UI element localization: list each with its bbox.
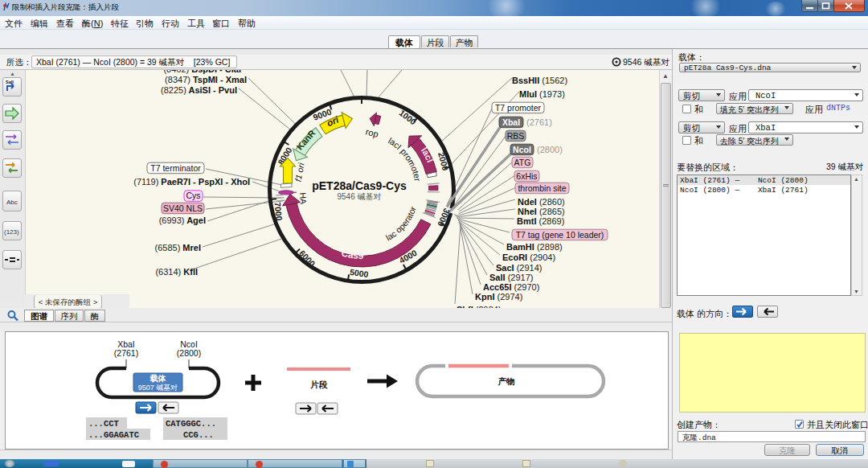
- svg-text:NdeI (2860): NdeI (2860): [518, 197, 565, 207]
- svg-text:1000: 1000: [397, 108, 418, 127]
- svg-text:f1 ori: f1 ori: [293, 162, 305, 183]
- svg-text:thrombin site: thrombin site: [518, 183, 566, 193]
- svg-text:MluI (1973): MluI (1973): [519, 89, 565, 99]
- svg-text:...CCT: ...CCT: [88, 419, 119, 429]
- svg-text:RBS: RBS: [507, 131, 525, 141]
- svg-text:ATG: ATG: [514, 158, 531, 167]
- svg-text:产物: 产物: [498, 376, 515, 386]
- svg-text:9546 碱基对: 9546 碱基对: [337, 192, 381, 201]
- svg-text:(2761): (2761): [526, 117, 552, 127]
- svg-text:片段: 片段: [310, 380, 329, 389]
- svg-text:(6993) AgeI: (6993) AgeI: [159, 216, 206, 225]
- svg-text:rop: rop: [365, 126, 379, 138]
- svg-text:pET28a/Cas9-Cys: pET28a/Cas9-Cys: [312, 179, 407, 192]
- svg-text:载体: 载体: [150, 374, 167, 383]
- svg-text:(2800): (2800): [177, 348, 201, 358]
- svg-text:NheI (2865): NheI (2865): [518, 207, 565, 216]
- svg-text:CATGGGC...: CATGGGC...: [166, 419, 216, 429]
- svg-text:BamHI (2898): BamHI (2898): [506, 242, 563, 252]
- svg-text:(6585) MreI: (6585) MreI: [155, 243, 201, 252]
- svg-text:NcoI: NcoI: [513, 145, 531, 154]
- svg-text:(123): (123): [4, 228, 19, 236]
- svg-text:BssHII (1562): BssHII (1562): [512, 76, 567, 85]
- svg-text:T7 promoter: T7 promoter: [495, 103, 542, 113]
- svg-text:SacI (2914): SacI (2914): [496, 263, 542, 273]
- svg-text:...GGAGATC: ...GGAGATC: [88, 430, 140, 440]
- svg-text:BmtI (2869): BmtI (2869): [517, 216, 564, 226]
- svg-text:5000: 5000: [349, 267, 369, 279]
- svg-text:SalI (2917): SalI (2917): [489, 273, 533, 282]
- svg-text:SalI: SalI: [6, 80, 14, 84]
- svg-text:(2800): (2800): [537, 145, 563, 154]
- svg-text:(8462) BspDI - ClaI: (8462) BspDI - ClaI: [163, 70, 241, 74]
- svg-text:CCG...: CCG...: [183, 430, 214, 440]
- svg-text:Acc65I (2970): Acc65I (2970): [483, 282, 539, 292]
- svg-text:EcoRI (2904): EcoRI (2904): [502, 252, 555, 262]
- svg-text:T7 terminator: T7 terminator: [150, 163, 201, 173]
- svg-text:3000: 3000: [436, 207, 452, 228]
- svg-text:Abc: Abc: [6, 199, 18, 206]
- svg-text:(7119) PaeR7I - PspXI - XhoI: (7119) PaeR7I - PspXI - XhoI: [133, 177, 250, 187]
- svg-text:(2761): (2761): [114, 348, 138, 358]
- svg-text:9507 碱基对: 9507 碱基对: [138, 384, 178, 392]
- svg-text:SV40 NLS: SV40 NLS: [163, 203, 203, 213]
- svg-text:(8347) TspMI - XmaI: (8347) TspMI - XmaI: [165, 75, 247, 84]
- svg-text:(8225) AsiSI - PvuI: (8225) AsiSI - PvuI: [161, 85, 237, 95]
- svg-text:KpnI (2974): KpnI (2974): [475, 292, 522, 302]
- svg-text:7000: 7000: [272, 202, 284, 222]
- svg-text:T7 tag (gene 10 leader): T7 tag (gene 10 leader): [516, 230, 604, 240]
- svg-text:XbaI: XbaI: [502, 117, 520, 127]
- svg-text:Cys: Cys: [186, 191, 200, 200]
- svg-text:(6314) KflI: (6314) KflI: [155, 267, 198, 277]
- svg-text:HA: HA: [298, 192, 309, 204]
- svg-text:6xHis: 6xHis: [516, 171, 537, 181]
